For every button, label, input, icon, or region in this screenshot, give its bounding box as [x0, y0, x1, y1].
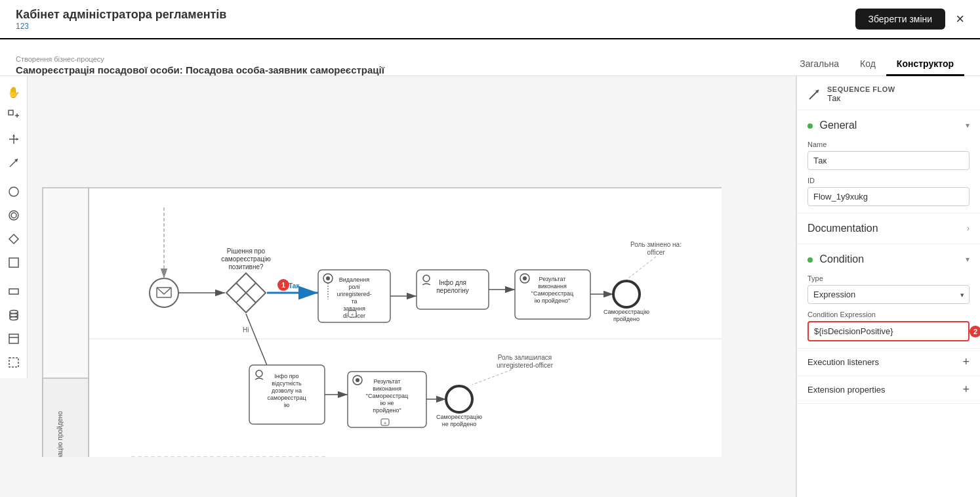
svg-text:Результат: Результат	[539, 276, 566, 282]
condition-section-header[interactable]: Condition ▾	[807, 251, 970, 268]
documentation-section-header[interactable]: Documentation ›	[807, 220, 970, 237]
type-field-label: Type	[807, 274, 970, 282]
extension-properties-row[interactable]: Extension properties +	[797, 376, 980, 404]
app-subtitle: 123	[16, 22, 226, 31]
svg-text:ролі: ролі	[348, 284, 359, 290]
svg-point-71	[613, 281, 640, 307]
tab-constructor[interactable]: Конструктор	[886, 53, 964, 76]
condition-chevron: ▾	[966, 255, 970, 264]
svg-text:officer: officer	[647, 249, 665, 256]
general-label: General	[819, 119, 857, 131]
svg-text:Результат: Результат	[374, 378, 401, 385]
right-panel: SEQUENCE FLOW Так General ▾ Name ID	[796, 76, 980, 497]
documentation-title: Documentation	[807, 223, 878, 234]
svg-text:ію: ію	[284, 402, 290, 408]
panel-flow-type: SEQUENCE FLOW	[827, 85, 895, 93]
svg-rect-31	[43, 378, 89, 457]
svg-text:"Самореєстрац: "Самореєстрац	[531, 290, 573, 297]
svg-text:відсутність: відсутність	[272, 380, 302, 387]
condition-section: Condition ▾ Type Expression Script None …	[797, 244, 980, 349]
svg-text:не пройдено: не пройдено	[442, 421, 477, 427]
svg-text:Роль змінено на:: Роль змінено на:	[630, 241, 682, 248]
name-field-label: Name	[807, 140, 970, 148]
svg-text:Видалення: Видалення	[339, 276, 369, 283]
id-input[interactable]	[807, 187, 970, 206]
svg-text:самореєстрац: самореєстрац	[267, 395, 306, 401]
svg-text:пройдено": пройдено"	[373, 407, 401, 414]
condition-expression-label: Condition Expression	[807, 311, 970, 318]
general-section-title: General	[807, 119, 857, 131]
panel-flow-name: Так	[827, 93, 895, 103]
svg-text:1: 1	[281, 281, 285, 289]
svg-point-89	[356, 378, 359, 382]
save-button[interactable]: Зберегти зміни	[855, 9, 946, 30]
badge-2: 2	[970, 326, 980, 337]
app-title: Кабінет адміністратора регламентів	[16, 8, 226, 22]
close-button[interactable]: ×	[956, 11, 964, 28]
condition-expression-field-group: Condition Expression 2	[807, 311, 970, 341]
svg-point-49	[326, 276, 330, 280]
svg-text:Так: Так	[289, 282, 300, 290]
header: Кабінет адміністратора регламентів 123 З…	[0, 0, 980, 39]
svg-text:дозволу на: дозволу на	[272, 387, 302, 394]
tab-general[interactable]: Загальна	[789, 53, 849, 76]
title-group: Створення бізнес-процесу Самореєстрація …	[16, 55, 384, 76]
svg-text:unregistered-officer: unregistered-officer	[497, 362, 554, 369]
svg-text:самореєстрацію: самореєстрацію	[221, 255, 271, 263]
diagram-svg: залишилася tered-officer реєстрацію прой…	[0, 76, 722, 457]
svg-text:ію пройдено": ію пройдено"	[535, 297, 571, 304]
svg-text:Самореєстрацію: Самореєстрацію	[436, 414, 482, 420]
main-layout: ✋	[0, 76, 980, 497]
general-section-header[interactable]: General ▾	[807, 117, 970, 134]
execution-listeners-label: Execution listeners	[807, 357, 879, 367]
tabs: Загальна Код Конструктор	[789, 46, 964, 76]
condition-section-title: Condition	[807, 253, 864, 265]
svg-text:+: +	[351, 312, 354, 318]
documentation-section: Documentation ›	[797, 213, 980, 244]
documentation-chevron: ›	[967, 224, 970, 233]
id-field-label: ID	[807, 177, 970, 184]
svg-text:та: та	[351, 298, 357, 305]
header-right: Зберегти зміни ×	[855, 9, 964, 30]
svg-text:Рішення про: Рішення про	[227, 248, 266, 255]
panel-header-text: SEQUENCE FLOW Так	[827, 85, 895, 103]
name-input[interactable]	[807, 151, 970, 170]
svg-point-33	[150, 278, 178, 307]
svg-text:Інфо про: Інфо про	[274, 373, 298, 379]
general-section: General ▾ Name ID	[797, 110, 980, 213]
page-title: Самореєстрація посадової особи: Посадова…	[16, 64, 384, 76]
svg-text:unregistered-: unregistered-	[337, 291, 371, 297]
tab-code[interactable]: Код	[849, 53, 886, 76]
svg-text:Ні: Ні	[243, 326, 249, 334]
bpmn-diagram[interactable]: залишилася tered-officer реєстрацію прой…	[0, 76, 796, 497]
panel-header: SEQUENCE FLOW Так	[797, 76, 980, 110]
general-chevron: ▾	[966, 121, 970, 130]
svg-text:реєстрацію пройдено: реєстрацію пройдено	[56, 411, 64, 457]
svg-text:+: +	[384, 420, 387, 426]
general-dot	[807, 123, 813, 129]
sub-header: Створення бізнес-процесу Самореєстрація …	[0, 39, 980, 76]
svg-point-65	[523, 276, 527, 280]
canvas-area: ✋	[0, 76, 796, 497]
name-field-group: Name	[807, 140, 970, 170]
condition-expression-input[interactable]	[807, 321, 970, 341]
breadcrumb: Створення бізнес-процесу	[16, 55, 384, 63]
extension-properties-add[interactable]: +	[962, 383, 970, 397]
svg-text:пройдено: пройдено	[613, 316, 640, 322]
id-field-group: ID	[807, 177, 970, 206]
type-field-group: Type Expression Script None ▾	[807, 274, 970, 304]
svg-text:Самореєстрацію: Самореєстрацію	[603, 309, 649, 315]
execution-listeners-add[interactable]: +	[962, 355, 970, 369]
svg-point-96	[446, 386, 472, 412]
execution-listeners-row[interactable]: Execution listeners +	[797, 349, 980, 376]
extension-properties-label: Extension properties	[807, 385, 886, 395]
svg-text:перелогіну: перелогіну	[436, 287, 469, 294]
svg-text:ію не: ію не	[380, 400, 394, 406]
condition-expression-wrapper: 2	[807, 321, 970, 341]
type-select[interactable]: Expression Script None	[807, 285, 970, 304]
sequence-flow-icon	[807, 88, 821, 101]
svg-text:"Самореєстрац: "Самореєстрац	[366, 393, 408, 399]
svg-text:виконання: виконання	[373, 385, 401, 392]
svg-text:Інфо для: Інфо для	[439, 279, 466, 286]
svg-text:Роль залишилася: Роль залишилася	[498, 354, 552, 361]
